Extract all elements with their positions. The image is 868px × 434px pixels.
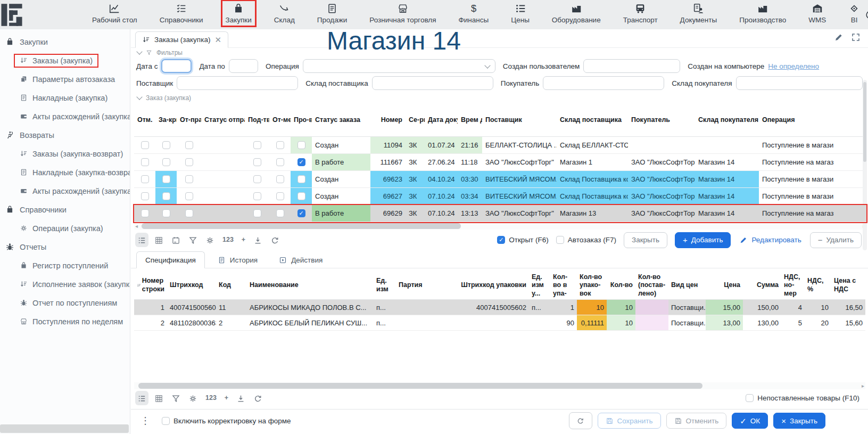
spec-row[interactable]: 248110280003632АБРИКОС БЕЛЫЙ ПЕЛИКАН СУШ… bbox=[134, 315, 865, 331]
detail-tab-Действия[interactable]: Действия bbox=[270, 252, 331, 268]
spec-header-cell[interactable]: НДС, % bbox=[805, 277, 831, 293]
checkbox-checked-icon[interactable]: ✓ bbox=[297, 158, 305, 166]
orders-header-cell[interactable]: Про-ве-ден bbox=[291, 116, 312, 125]
orders-header-cell[interactable]: Номер bbox=[370, 116, 406, 125]
orders-header-cell[interactable]: Се-рия bbox=[406, 116, 425, 125]
orders-header-cell[interactable]: Врем до-ку-... bbox=[458, 116, 482, 125]
orders-header-cell[interactable]: Отм. bbox=[134, 116, 155, 125]
orders-header-cell[interactable]: Дата доку-мента bbox=[425, 116, 458, 125]
supplier-warehouse-input[interactable] bbox=[372, 76, 493, 90]
operation-select[interactable] bbox=[303, 59, 495, 73]
close-order-button[interactable]: Закрыть bbox=[624, 232, 667, 248]
sidebar-item-Акты расхождений (закупка)[interactable]: Акты расхождений (закупка) bbox=[0, 107, 130, 126]
nav-item-Финансы[interactable]: Финансы bbox=[454, 0, 494, 27]
nav-item-Документы[interactable]: Документы bbox=[675, 0, 722, 27]
sidebar-scrollbar[interactable] bbox=[0, 424, 129, 433]
spec-header-cell[interactable]: Ед. изм у... bbox=[529, 273, 550, 298]
checkbox-icon[interactable] bbox=[253, 209, 261, 217]
edit-pencil-icon[interactable] bbox=[834, 32, 844, 42]
download-icon-button[interactable] bbox=[253, 235, 262, 244]
checkbox-icon[interactable] bbox=[253, 192, 261, 200]
checkbox-icon[interactable] bbox=[276, 158, 284, 166]
orders-vscrollbar[interactable] bbox=[863, 80, 867, 250]
kebab-menu-icon[interactable]: ⋮ bbox=[140, 415, 150, 427]
checkbox-icon[interactable] bbox=[276, 209, 284, 217]
add-order-button[interactable]: +Добавить bbox=[675, 232, 731, 248]
spec-header-cell[interactable]: Партия bbox=[396, 281, 445, 290]
checkbox-icon[interactable] bbox=[297, 141, 305, 149]
orders-hscrollbar[interactable]: ◂ ▸ bbox=[134, 223, 866, 230]
sidebar-item-Накладные (закупка-возврат)[interactable]: Накладные (закупка-возврат) bbox=[0, 163, 130, 182]
checkbox-icon[interactable] bbox=[162, 141, 170, 149]
nav-item-BI[interactable]: BI bbox=[844, 0, 865, 27]
buyer-warehouse-input[interactable] bbox=[736, 76, 863, 90]
detail-tab-Спецификация[interactable]: Спецификация bbox=[136, 251, 205, 268]
checkbox-checked-icon[interactable]: ✓ bbox=[497, 236, 505, 244]
spec-header-cell[interactable]: Цена bbox=[706, 281, 743, 290]
checkbox-icon[interactable] bbox=[162, 192, 170, 200]
tab-orders-purchase[interactable]: Заказы (закупка) ✕ bbox=[135, 31, 228, 48]
checkbox-icon[interactable] bbox=[276, 192, 284, 200]
toolbar-text-+[interactable]: + bbox=[225, 394, 228, 402]
spec-header-cell[interactable]: Вид цен bbox=[668, 281, 706, 290]
checkbox-icon[interactable] bbox=[297, 192, 305, 200]
spec-row[interactable]: 1400741500560211АБРИКОСЫ МИКАДО ПОЛОВ.В … bbox=[134, 300, 865, 315]
calendar-icon-button[interactable] bbox=[171, 235, 180, 244]
sidebar-item-Акты расхождений (закупка-возвра[interactable]: Акты расхождений (закупка-возвра bbox=[0, 182, 130, 200]
checkbox-icon[interactable] bbox=[276, 141, 284, 149]
listview-icon-button[interactable] bbox=[135, 391, 148, 405]
date-from-input[interactable] bbox=[161, 59, 192, 73]
spec-header-cell[interactable]: Цена с НДС bbox=[831, 277, 865, 293]
nav-item-Справочники[interactable]: Справочники bbox=[155, 0, 208, 27]
open-f6-checkbox[interactable]: ✓ Открыт (F6) bbox=[497, 236, 548, 244]
orders-header-cell[interactable]: За-крыт bbox=[155, 116, 177, 125]
funnel-icon-button[interactable] bbox=[171, 393, 180, 403]
checkbox-icon[interactable] bbox=[276, 175, 284, 183]
orders-header-cell[interactable]: Покупатель bbox=[628, 116, 695, 125]
orders-section-header[interactable]: Заказ (закупка) bbox=[131, 92, 868, 104]
orders-header-cell[interactable]: Статус отправки EDI bbox=[201, 116, 245, 125]
orders-header-cell[interactable]: Склад поставщика bbox=[557, 116, 628, 125]
spec-hscrollbar[interactable]: ▸ bbox=[134, 382, 865, 389]
sidebar-group-Закупки[interactable]: Закупки bbox=[0, 32, 130, 51]
buyer-input[interactable] bbox=[543, 76, 664, 90]
spec-header-cell[interactable]: Кол-во (постав-лено) bbox=[635, 273, 668, 298]
filters-section-header[interactable]: Фильтры bbox=[131, 48, 868, 58]
sidebar-group-Справочники[interactable]: Справочники bbox=[0, 200, 130, 219]
spec-header-cell[interactable]: Кол-во bbox=[607, 281, 635, 290]
checkbox-icon[interactable] bbox=[141, 141, 149, 149]
nav-item-Закупки[interactable]: Закупки bbox=[221, 0, 257, 27]
sidebar-item-Исполнение заявок (закупка)[interactable]: Исполнение заявок (закупка) bbox=[0, 275, 130, 293]
spec-header-cell[interactable]: Штрихкод упаковки bbox=[445, 281, 529, 290]
nav-item-WMS[interactable]: WMS bbox=[804, 0, 831, 27]
orders-header-cell[interactable]: Операция bbox=[759, 116, 865, 125]
orders-header-cell[interactable]: Поставщик bbox=[482, 116, 557, 125]
orders-header-cell[interactable]: От-прав-лен bbox=[177, 116, 201, 125]
orders-header-cell[interactable]: От-ме-нен bbox=[269, 116, 291, 125]
loop-icon-button[interactable] bbox=[253, 393, 262, 403]
sidebar-item-Накладные (закупка)[interactable]: Накладные (закупка) bbox=[0, 88, 130, 107]
created-on-computer-link[interactable]: Не определено bbox=[768, 62, 819, 70]
loop-icon-button[interactable] bbox=[270, 235, 279, 244]
order-row[interactable]: ✓В работе111667ЗК27.06.2411:18ЗАО "ЛюксС… bbox=[134, 154, 866, 171]
nav-item-Оборудование[interactable]: Оборудование bbox=[547, 0, 606, 27]
sidebar-item-Заказы (закупка)[interactable]: Заказы (закупка) bbox=[0, 51, 130, 70]
spec-header-cell[interactable]: Сумма bbox=[743, 281, 781, 290]
sidebar-item-Операции (закупка)[interactable]: Операции (закупка) bbox=[0, 219, 130, 238]
toolbar-text-123[interactable]: 123 bbox=[205, 394, 217, 402]
close-tab-icon[interactable]: ✕ bbox=[214, 35, 221, 45]
correction-checkbox[interactable]: Включить корректировку на форме bbox=[162, 417, 291, 425]
undelivered-f10-checkbox[interactable]: Непоставленные товары (F10) bbox=[746, 394, 862, 402]
checkbox-icon[interactable] bbox=[162, 158, 170, 166]
checkbox-icon[interactable] bbox=[556, 236, 564, 244]
nav-item-Рабочий стол[interactable]: Рабочий стол bbox=[87, 0, 142, 27]
toolbar-text-123[interactable]: 123 bbox=[222, 236, 234, 243]
checkbox-checked-icon[interactable]: ✓ bbox=[297, 209, 305, 217]
order-row[interactable]: Создан11094ЗК01.07.2421:16БЕЛЛАКТ-СТОЛИЦ… bbox=[134, 137, 866, 154]
supplier-input[interactable] bbox=[177, 76, 298, 90]
checkbox-icon[interactable] bbox=[141, 209, 149, 217]
close-form-button[interactable]: ×Закрыть bbox=[773, 413, 825, 429]
sidebar-group-Возвраты[interactable]: Возвраты bbox=[0, 126, 130, 144]
checkbox-icon[interactable] bbox=[185, 175, 193, 183]
edit-order-button[interactable]: Редактировать bbox=[738, 232, 802, 248]
